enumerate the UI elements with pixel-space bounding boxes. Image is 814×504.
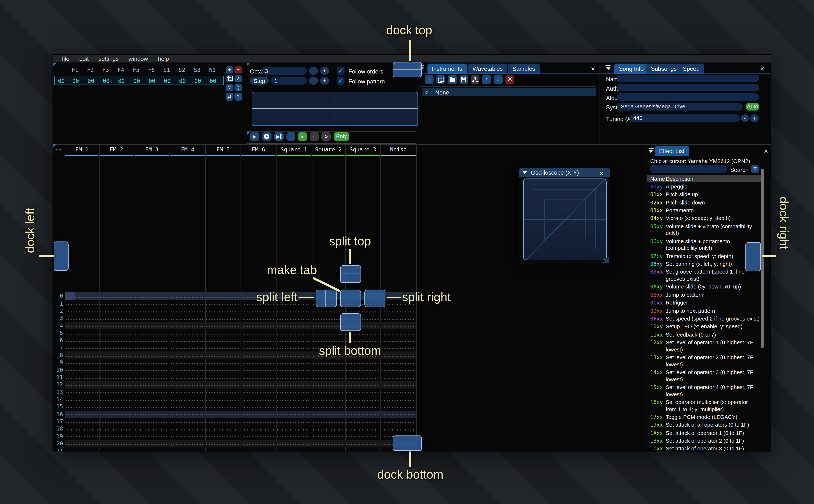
pattern-cell[interactable] [242,351,275,359]
tab-wavetables[interactable]: Wavetables [468,64,507,74]
pattern-cell[interactable] [206,315,240,322]
pattern-cell[interactable] [346,337,379,344]
duplicate-instrument-button[interactable] [436,75,445,84]
channel-header-noise[interactable]: Noise [380,146,416,152]
pattern-cell[interactable] [135,381,169,388]
pattern-cell[interactable] [346,418,379,425]
pattern-cell[interactable] [100,366,132,374]
pattern-cell[interactable] [382,351,415,359]
pattern-cell[interactable] [135,410,169,418]
channel-header-square-2[interactable]: Square 2 [312,146,345,152]
pattern-cell[interactable] [382,315,415,322]
resize-grip[interactable] [603,257,609,263]
pattern-cell[interactable] [346,396,379,403]
pattern-cell[interactable] [100,359,132,366]
effect-row[interactable]: 19xxSet attack of all operators (0 to 1F… [647,421,762,429]
pattern-cell[interactable] [135,337,169,344]
pattern-cell[interactable] [135,329,169,337]
dock-left-target[interactable] [53,242,69,271]
pattern-cell[interactable] [100,344,132,351]
octave-minus-button[interactable]: - [309,67,318,75]
song-author-input[interactable] [617,84,759,91]
effect-row[interactable]: 14xxSet level of operator 3 (0 highest, … [647,369,762,384]
pattern-cell[interactable] [100,293,132,300]
pattern-cell[interactable] [100,418,132,425]
effect-row[interactable]: 0CxxRetrigger [647,299,762,307]
pattern-cell[interactable] [206,425,240,433]
pattern-cell[interactable] [135,315,169,322]
tab-speed[interactable]: Speed [678,64,704,74]
pattern-cell[interactable] [346,425,379,433]
pattern-cell[interactable] [100,381,132,388]
pattern-cell[interactable] [313,366,344,374]
pattern-cell[interactable] [66,351,98,359]
pattern-cell[interactable] [242,344,275,351]
effect-row[interactable]: 03xxPortamento [647,207,762,215]
effect-row[interactable]: 12xxSet level of operator 1 (0 highest, … [647,339,762,354]
pattern-cell[interactable] [66,425,98,433]
effect-row[interactable]: 10xySetup LFO (x: enable; y: speed) [647,323,762,331]
open-instrument-button[interactable] [448,75,457,84]
step-one-row-button[interactable]: ▶ [274,132,283,141]
pattern-cell[interactable] [206,403,240,410]
pattern-cell[interactable] [346,374,379,381]
pattern-cell[interactable] [346,403,379,410]
tuning-input[interactable]: 440 [629,114,740,122]
pattern-cell[interactable] [171,410,204,418]
pattern-cell[interactable] [206,410,240,418]
pattern-cell[interactable] [242,359,275,366]
pattern-cell[interactable] [171,396,204,403]
pattern-cell[interactable] [313,307,344,315]
effect-row[interactable]: 0FxxSet speed (speed 2 if no grooves exi… [647,315,762,323]
pattern-cell[interactable] [242,410,275,418]
pattern-cell[interactable] [313,447,344,451]
pattern-cell[interactable] [171,366,204,374]
pattern-cell[interactable] [66,440,98,447]
pattern-cell[interactable] [382,359,415,366]
repeat-pattern-button[interactable]: ↻ [321,132,331,141]
dock-right-target[interactable] [745,242,761,272]
pattern-cell[interactable] [277,374,310,381]
pattern-cell[interactable] [382,307,415,315]
pattern-cell[interactable] [66,410,98,418]
poly-toggle-button[interactable]: Poly [334,132,349,141]
order-cell[interactable]: 00 [83,76,99,85]
pattern-cell[interactable] [313,440,344,447]
pattern-cell[interactable] [242,447,275,451]
close-icon[interactable]: × [760,65,764,72]
pattern-cell[interactable] [135,300,169,307]
oscilloscope-titlebar[interactable]: Oscilloscope (X-Y) × [519,168,610,178]
pattern-cell[interactable] [66,344,98,351]
stop-button[interactable]: ↓ [286,132,295,141]
effect-row[interactable]: 01xxPitch slide up [647,191,762,199]
dock-bottom-target[interactable] [393,435,422,451]
follow-pattern-checkbox[interactable] [337,77,344,85]
tuning-plus-button[interactable]: + [751,114,759,122]
pattern-cell[interactable] [100,337,132,344]
pattern-cell[interactable] [66,381,98,388]
pattern-cell[interactable] [171,351,204,359]
pattern-cell[interactable] [382,366,415,374]
pattern-cell[interactable] [206,322,240,329]
effect-row[interactable]: 16xySet operator multiplier (x: operator… [647,398,762,413]
pattern-cell[interactable] [135,433,169,440]
pattern-cell[interactable] [382,322,415,329]
pattern-cell[interactable] [171,300,204,307]
channel-header-fm-1[interactable]: FM 1 [65,146,99,152]
pattern-cell[interactable] [135,359,169,366]
pattern-cell[interactable] [171,447,204,451]
pattern-cell[interactable] [242,366,275,374]
pattern-cell[interactable] [382,418,415,425]
pattern-cell[interactable] [135,351,169,359]
split-bottom-target[interactable] [340,313,361,331]
pattern-cell[interactable] [313,337,344,344]
pattern-cell[interactable] [171,381,204,388]
menu-item-file[interactable]: file [57,55,74,62]
move-order-up-button[interactable]: ∧ [234,75,242,83]
play-from-cursor-button[interactable]: ▶ [262,132,271,141]
pattern-cell[interactable] [66,307,98,315]
octave-plus-button[interactable]: + [320,67,329,75]
effect-row[interactable]: 1CxxSet attack of operator 3 (0 to 1F) [647,445,762,451]
pattern-cell[interactable] [66,374,98,381]
pattern-cell[interactable] [206,351,240,359]
